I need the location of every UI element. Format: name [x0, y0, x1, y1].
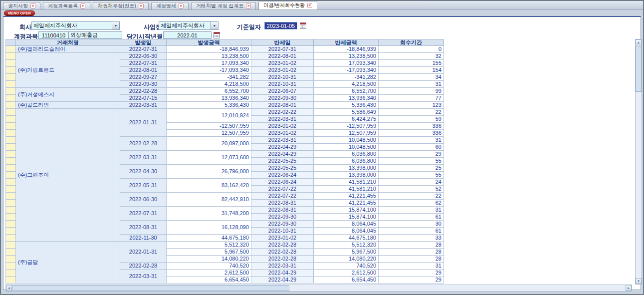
collection-days-cell[interactable]: 123 — [379, 102, 444, 109]
row-indicator-cell[interactable] — [6, 88, 16, 95]
row-indicator-cell[interactable] — [6, 151, 16, 158]
settle-amount-cell[interactable]: 2,612,500 — [314, 270, 379, 277]
occur-amount-cell[interactable]: 12,073,600 — [167, 151, 251, 165]
collection-days-cell[interactable]: 31 — [379, 207, 444, 214]
occur-date-cell[interactable]: 2022-05-31 — [120, 179, 167, 193]
occur-amount-cell[interactable]: 740,520 — [167, 263, 251, 270]
row-indicator-cell[interactable] — [6, 46, 16, 53]
settle-date-cell[interactable]: 2022-08-31 — [251, 200, 314, 207]
row-indicator-cell[interactable] — [6, 158, 16, 165]
collection-days-cell[interactable]: 154 — [379, 67, 444, 74]
chevron-down-icon[interactable]: ▼ — [112, 22, 119, 29]
account-code-input[interactable] — [38, 31, 69, 39]
row-indicator-cell[interactable] — [6, 144, 16, 151]
settle-amount-cell[interactable]: 5,512,320 — [314, 242, 379, 249]
collection-days-cell[interactable]: 55 — [379, 172, 444, 179]
occur-amount-cell[interactable]: 83,162,420 — [167, 179, 251, 193]
settle-date-cell[interactable]: 2022-04-29 — [251, 144, 314, 151]
settle-amount-cell[interactable]: 6,552,700 — [314, 88, 379, 95]
occur-amount-cell[interactable]: 12,507,959 — [167, 130, 251, 137]
settle-date-cell[interactable]: 2022-08-31 — [251, 207, 314, 214]
collection-days-cell[interactable]: 336 — [379, 123, 444, 130]
occur-amount-cell[interactable]: 2,612,500 — [167, 270, 251, 277]
collection-days-cell[interactable]: 55 — [379, 158, 444, 165]
settle-date-cell[interactable]: 2022-05-25 — [251, 158, 314, 165]
row-indicator-cell[interactable] — [6, 53, 16, 60]
collection-days-cell[interactable]: 155 — [379, 60, 444, 67]
collection-days-cell[interactable]: 22 — [379, 109, 444, 116]
row-indicator-cell[interactable] — [6, 242, 16, 249]
customer-name-cell[interactable]: (주)금담 — [16, 242, 120, 284]
settle-amount-cell[interactable]: -12,507,959 — [314, 123, 379, 130]
settle-date-cell[interactable]: 2022-06-24 — [251, 179, 314, 186]
occur-date-cell[interactable]: 2022-03-31 — [120, 270, 167, 284]
tab-close-icon[interactable]: ✕ — [179, 3, 184, 8]
occur-amount-cell[interactable]: 13,238,500 — [167, 53, 251, 60]
settle-date-cell[interactable]: 2022-05-25 — [251, 165, 314, 172]
settle-date-cell[interactable]: 2022-04-29 — [251, 151, 314, 158]
settle-amount-cell[interactable]: 13,398,000 — [314, 165, 379, 172]
collection-days-cell[interactable]: 28 — [379, 242, 444, 249]
collection-days-cell[interactable]: 31 — [379, 137, 444, 144]
occur-date-cell[interactable]: 2022-07-31 — [120, 46, 167, 53]
settle-amount-cell[interactable]: 13,238,500 — [314, 53, 379, 60]
occur-date-cell[interactable]: 2022-06-30 — [120, 53, 167, 60]
settle-date-cell[interactable]: 2023-01-02 — [251, 123, 314, 130]
occur-amount-cell[interactable]: 5,512,320 — [167, 242, 251, 249]
settle-amount-cell[interactable]: 10,048,500 — [314, 137, 379, 144]
settle-amount-cell[interactable]: 15,874,100 — [314, 214, 379, 221]
collection-days-cell[interactable]: 99 — [379, 88, 444, 95]
collection-days-cell[interactable]: 61 — [379, 228, 444, 235]
occur-amount-cell[interactable]: 5,967,500 — [167, 249, 251, 256]
settle-amount-cell[interactable]: -341,282 — [314, 74, 379, 81]
settle-amount-cell[interactable]: -17,093,340 — [314, 67, 379, 74]
row-indicator-cell[interactable] — [6, 130, 16, 137]
settle-date-cell[interactable]: 2022-07-22 — [251, 193, 314, 200]
row-indicator-cell[interactable] — [6, 228, 16, 235]
occur-amount-cell[interactable]: 12,010,924 — [167, 109, 251, 123]
tab-close-icon[interactable]: ✕ — [307, 3, 312, 8]
row-indicator-cell[interactable] — [6, 277, 16, 284]
row-indicator-cell[interactable] — [6, 249, 16, 256]
row-indicator-cell[interactable] — [6, 109, 16, 116]
settle-amount-cell[interactable]: 15,874,100 — [314, 207, 379, 214]
tab-1[interactable]: 공지사항✕ — [3, 2, 40, 9]
tab-3[interactable]: 채권채무장(전표)✕ — [93, 2, 149, 9]
row-indicator-cell[interactable] — [6, 179, 16, 186]
occur-date-cell[interactable]: 2022-07-31 — [120, 60, 167, 67]
settle-date-cell[interactable]: 2022-02-28 — [251, 242, 314, 249]
collection-days-cell[interactable]: 25 — [379, 165, 444, 172]
row-indicator-cell[interactable] — [6, 256, 16, 263]
customer-name-cell[interactable]: (주)골드라인 — [16, 102, 120, 109]
settle-amount-cell[interactable]: 17,093,340 — [314, 60, 379, 67]
settle-amount-cell[interactable]: -18,846,939 — [314, 46, 379, 53]
occur-date-cell[interactable]: 2022-02-28 — [120, 137, 167, 151]
occur-amount-cell[interactable]: 82,442,910 — [167, 193, 251, 207]
scroll-down-icon[interactable]: ▼ — [636, 278, 642, 284]
settle-amount-cell[interactable]: 8,064,045 — [314, 228, 379, 235]
row-indicator-cell[interactable] — [6, 214, 16, 221]
occur-date-cell[interactable]: 2022-01-31 — [120, 242, 167, 263]
row-indicator-cell[interactable] — [6, 60, 16, 67]
occur-amount-cell[interactable]: 4,218,500 — [167, 81, 251, 88]
calendar-icon[interactable] — [214, 32, 220, 38]
period-start-input[interactable] — [163, 31, 212, 39]
row-indicator-cell[interactable] — [6, 270, 16, 277]
settle-date-cell[interactable]: 2023-01-02 — [251, 235, 314, 242]
collection-days-cell[interactable]: 77 — [379, 95, 444, 102]
occur-date-cell[interactable]: 2022-09-30 — [120, 81, 167, 88]
occur-date-cell[interactable]: 2022-02-28 — [120, 88, 167, 95]
settle-date-cell[interactable]: 2023-01-02 — [251, 130, 314, 137]
settle-date-cell[interactable]: 2022-06-07 — [251, 88, 314, 95]
occur-amount-cell[interactable]: 6,654,450 — [167, 277, 251, 284]
settle-amount-cell[interactable]: 44,675,180 — [314, 235, 379, 242]
occur-date-cell[interactable]: 2022-07-31 — [120, 207, 167, 221]
settle-amount-cell[interactable]: 41,581,210 — [314, 179, 379, 186]
row-indicator-cell[interactable] — [6, 67, 16, 74]
tab-close-icon[interactable]: ✕ — [139, 3, 144, 8]
customer-name-cell[interactable]: (주)그린조이 — [16, 109, 120, 242]
row-indicator-cell[interactable] — [6, 123, 16, 130]
base-date-input[interactable] — [264, 22, 297, 29]
settle-date-cell[interactable]: 2022-02-28 — [251, 249, 314, 256]
settle-date-cell[interactable]: 2022-09-30 — [251, 95, 314, 102]
